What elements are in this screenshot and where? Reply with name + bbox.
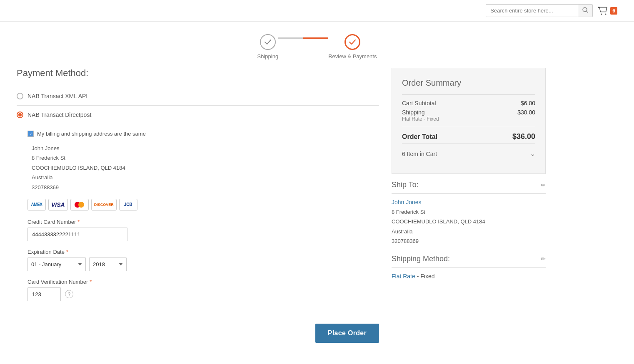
summary-divider-2 [402,127,535,127]
chevron-down-icon: ⌄ [530,150,535,158]
ship-to-title: Ship To: [392,181,419,189]
payment-option-directpost-wrapper: NAB Transact Directpost ✓ My billing and… [17,106,379,315]
amex-icon: AMEX [27,199,46,210]
cvv-input[interactable] [27,287,61,301]
cart-icon [598,6,609,15]
expiry-month-select[interactable]: 01 - January 02 - February 03 - March 04… [27,258,86,271]
header: 6 [0,0,634,22]
expiry-label: Expiration Date * [27,249,379,255]
billing-checkbox[interactable]: ✓ [27,131,34,137]
cart-subtotal-row: Cart Subtotal $6.00 [402,100,535,106]
step-shipping-label: Shipping [257,53,279,59]
right-panel: Order Summary Cart Subtotal $6.00 Shippi… [392,68,546,343]
shipping-row: Shipping Flat Rate - Fixed $30.00 [402,109,535,122]
visa-icon: VISA [48,199,68,210]
left-panel: Payment Method: NAB Transact XML API NAB… [17,68,379,343]
payment-details: ✓ My billing and shipping address are th… [17,124,379,315]
order-summary-title: Order Summary [402,78,535,88]
credit-card-input[interactable] [27,228,127,241]
ship-to-street: 8 Frederick St [392,207,546,217]
cart-items-label: 6 Item in Cart [402,151,437,157]
cart-items-row[interactable]: 6 Item in Cart ⌄ [402,144,535,163]
cvv-help-button[interactable]: ? [65,290,73,298]
search-wrapper [486,4,593,17]
cvv-label-text: Card Verification Number [27,279,88,285]
payment-option-xml[interactable]: NAB Transact XML API [17,87,379,106]
payment-method-title: Payment Method: [17,68,379,79]
card-icons: AMEX VISA DISCOVER JCB [27,199,379,210]
credit-card-label: Credit Card Number * [27,219,379,225]
progress-bar: Shipping Review & Payments [0,22,634,68]
place-order-button[interactable]: Place Order [315,324,379,343]
svg-point-3 [601,13,602,15]
radio-directpost [17,111,23,118]
place-order-row: Place Order [17,324,379,343]
credit-card-label-text: Credit Card Number [27,219,76,225]
step-review-label: Review & Payments [328,53,377,59]
expiry-group: Expiration Date * 01 - January 02 - Febr… [27,249,379,271]
expiry-required: * [66,249,68,255]
shipping-label: Shipping [402,109,439,116]
billing-city-state: COOCHIEMUDLO ISLAND, QLD 4184 [32,163,379,173]
payment-option-directpost-label: NAB Transact Directpost [27,111,91,118]
cvv-row: ? [27,287,379,301]
cart-button[interactable]: 6 [598,6,617,15]
mastercard-icon [70,199,89,210]
cvv-label: Card Verification Number * [27,279,379,285]
ship-to-phone: 320788369 [392,236,546,246]
radio-xml [17,93,23,99]
shipping-method-header: Shipping Method: ✏ [392,255,546,268]
order-total-row: Order Total $36.00 [402,132,535,141]
ship-to-section: Ship To: ✏ John Jones 8 Frederick St COO… [392,181,546,246]
order-summary-box: Order Summary Cart Subtotal $6.00 Shippi… [392,68,546,174]
credit-card-group: Credit Card Number * [27,219,379,241]
jcb-icon: JCB [119,199,137,210]
cvv-required: * [90,279,92,285]
billing-checkbox-row[interactable]: ✓ My billing and shipping address are th… [27,131,379,137]
step-shipping: Shipping [257,34,279,59]
step-review-payments: Review & Payments [328,34,377,59]
ship-to-name: John Jones [392,199,546,206]
cart-subtotal-label: Cart Subtotal [402,100,436,106]
flat-rate-suffix: - Fixed [415,273,435,280]
expiry-label-text: Expiration Date [27,249,65,255]
payment-option-directpost[interactable]: NAB Transact Directpost [17,106,379,124]
billing-checkbox-label: My billing and shipping address are the … [37,131,146,137]
ship-to-edit-icon[interactable]: ✏ [541,182,546,188]
step-line-1 [278,37,303,39]
shipping-sublabel: Flat Rate - Fixed [402,116,439,122]
svg-point-4 [605,13,607,15]
flat-rate-link: Flat Rate [392,273,415,280]
credit-card-required: * [77,219,80,225]
step-review-circle [344,34,360,50]
cvv-group: Card Verification Number * ? [27,279,379,301]
shipping-method-value: Flat Rate - Fixed [392,273,546,280]
shipping-method-edit-icon[interactable]: ✏ [541,255,546,262]
search-input[interactable] [486,5,578,16]
billing-name: John Jones [32,144,379,153]
summary-divider-1 [402,94,535,95]
payment-option-xml-label: NAB Transact XML API [27,93,87,99]
ship-to-country: Australia [392,227,546,236]
search-icon [582,7,588,13]
shipping-method-section: Shipping Method: ✏ Flat Rate - Fixed [392,255,546,280]
shipping-value: $30.00 [517,109,535,116]
billing-country: Australia [32,173,379,182]
search-button[interactable] [578,5,592,17]
checkbox-checkmark: ✓ [29,131,32,136]
billing-phone: 320788369 [32,183,379,192]
shipping-method-title: Shipping Method: [392,255,450,263]
expiry-row: 01 - January 02 - February 03 - March 04… [27,258,379,271]
order-total-label: Order Total [402,133,437,141]
svg-line-1 [587,11,588,12]
step-line-2 [303,37,328,39]
billing-address: John Jones 8 Frederick St COOCHIEMUDLO I… [27,144,379,192]
ship-to-header: Ship To: ✏ [392,181,546,194]
cart-subtotal-value: $6.00 [521,100,535,106]
expiry-year-select[interactable]: 2016 2017 2018 2019 2020 [89,258,127,271]
shipping-label-group: Shipping Flat Rate - Fixed [402,109,439,122]
billing-street: 8 Frederick St [32,153,379,163]
discover-icon: DISCOVER [91,199,117,210]
main-content: Payment Method: NAB Transact XML API NAB… [0,68,634,359]
order-total-value: $36.00 [512,132,535,141]
